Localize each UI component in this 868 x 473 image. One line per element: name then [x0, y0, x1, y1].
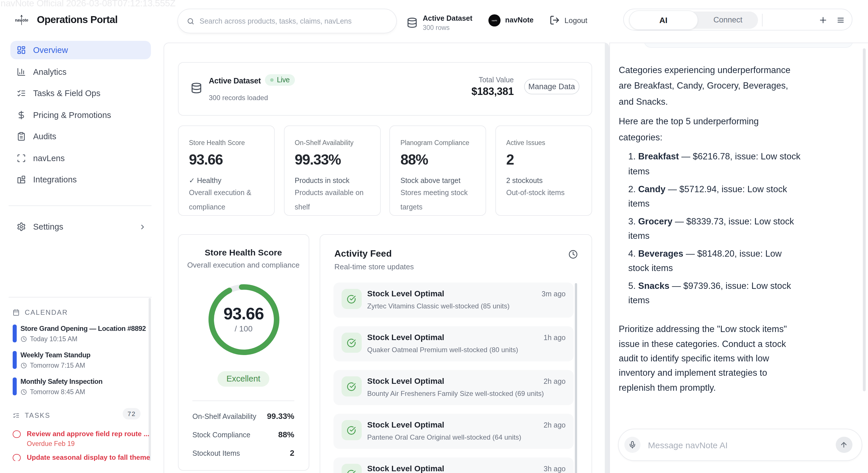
svg-text:nav: nav [15, 18, 22, 22]
svg-text:ote: ote [22, 18, 28, 22]
